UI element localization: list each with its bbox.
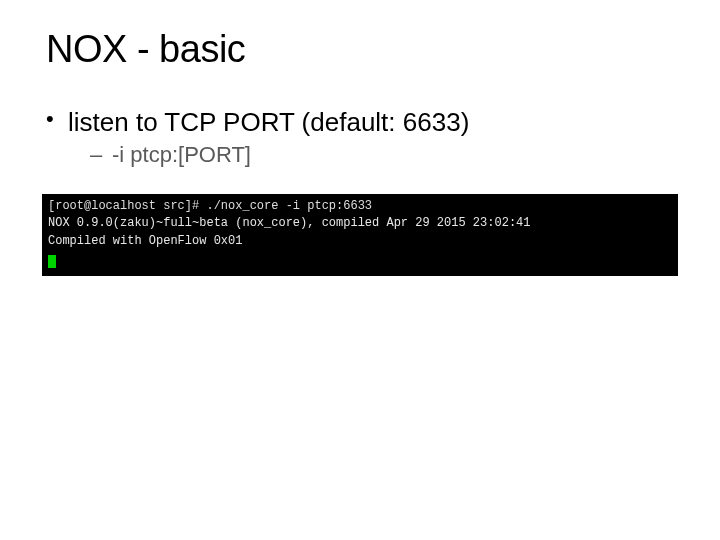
cursor-icon bbox=[48, 255, 56, 268]
terminal-line: NOX 0.9.0(zaku)~full~beta (nox_core), co… bbox=[48, 215, 672, 232]
terminal-cursor-line bbox=[48, 250, 672, 267]
terminal-line: [root@localhost src]# ./nox_core -i ptcp… bbox=[48, 198, 672, 215]
slide-title: NOX - basic bbox=[46, 28, 674, 71]
terminal-line: Compiled with OpenFlow 0x01 bbox=[48, 233, 672, 250]
bullet-text: listen to TCP PORT (default: 6633) bbox=[68, 107, 469, 137]
bullet-text: -i ptcp:[PORT] bbox=[112, 142, 251, 167]
terminal-screenshot: [root@localhost src]# ./nox_core -i ptcp… bbox=[42, 194, 678, 276]
bullet-level-2: -i ptcp:[PORT] bbox=[46, 142, 674, 168]
slide: NOX - basic listen to TCP PORT (default:… bbox=[0, 0, 720, 276]
bullet-level-1: listen to TCP PORT (default: 6633) bbox=[46, 107, 674, 138]
